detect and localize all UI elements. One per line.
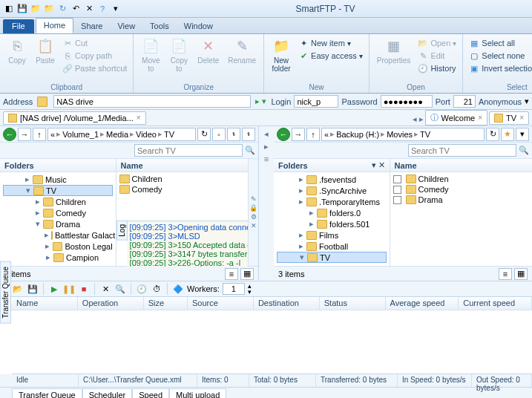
tree-item[interactable]: ▸folders.501: [277, 218, 387, 229]
crumb-segment[interactable]: TV: [420, 130, 430, 139]
up-button[interactable]: ↑: [306, 128, 320, 141]
doctab-nas[interactable]: [NAS drive] /Volume_1/Media...×: [3, 111, 146, 125]
qat-folder-icon[interactable]: 📁: [30, 3, 42, 15]
expand-icon[interactable]: ▸: [308, 208, 315, 218]
tree-item[interactable]: ▸Comedy: [3, 207, 113, 218]
expand-icon[interactable]: ▸: [298, 197, 304, 206]
search-icon[interactable]: 🔍: [245, 146, 255, 155]
login-input[interactable]: [294, 95, 338, 108]
qat-help-icon[interactable]: ?: [96, 3, 108, 15]
bottom-tab[interactable]: Multi upload: [169, 388, 226, 398]
qat-save-icon[interactable]: 💾: [16, 3, 28, 15]
open-icon[interactable]: 📂: [12, 283, 24, 295]
schedule-icon[interactable]: 🕘: [136, 283, 148, 295]
more2-button[interactable]: ⫮: [242, 128, 255, 141]
queue-col-header[interactable]: Destination: [254, 297, 320, 310]
right-breadcrumb[interactable]: « ▸ Backup (H:) ▸ Movies ▸ TV: [321, 128, 485, 141]
port-input[interactable]: [453, 95, 476, 108]
play-icon[interactable]: ▶: [48, 283, 60, 295]
crumb-segment[interactable]: Media: [106, 130, 128, 139]
expand-icon[interactable]: ▸: [298, 174, 304, 184]
stop-icon[interactable]: ■: [78, 283, 90, 295]
bottom-tab[interactable]: Speed: [132, 388, 169, 398]
open-button[interactable]: 📂Open ▾: [416, 37, 458, 49]
queue-body[interactable]: [12, 310, 532, 374]
invert-button[interactable]: ▣Invert selection: [467, 62, 532, 74]
tab-share[interactable]: Share: [73, 19, 110, 33]
list-item[interactable]: Children: [393, 174, 529, 184]
delete-button[interactable]: ✕Delete: [194, 36, 222, 66]
copy-button[interactable]: ⎘Copy: [4, 36, 30, 66]
expand-icon[interactable]: ▸: [24, 174, 30, 184]
tree-item[interactable]: ▾TV: [277, 252, 387, 263]
expand-icon[interactable]: ▸: [298, 241, 304, 251]
pause-icon[interactable]: ❚❚: [63, 283, 75, 295]
tree-item[interactable]: ▸.fseventsd: [277, 174, 387, 185]
sync-right-icon[interactable]: ▸: [264, 142, 269, 151]
crumb-segment[interactable]: Video: [136, 130, 157, 139]
qat-folder2-icon[interactable]: 📁: [43, 3, 55, 15]
address-input[interactable]: [53, 95, 251, 108]
expand-icon[interactable]: ▸: [308, 219, 315, 229]
queue-col-header[interactable]: Average speed: [386, 297, 459, 310]
more1-button[interactable]: ⫮: [227, 128, 240, 141]
history-button[interactable]: 🕘History: [416, 62, 458, 74]
expand-icon[interactable]: ▸: [34, 208, 41, 218]
expand-icon[interactable]: ▸: [298, 186, 304, 195]
tab-window[interactable]: Window: [177, 19, 220, 33]
tree-item[interactable]: ▸Children: [3, 196, 113, 207]
list-item[interactable]: Children: [119, 174, 245, 184]
crumb-segment[interactable]: «: [50, 130, 55, 139]
tree-item[interactable]: ▸.TemporaryItems: [277, 196, 387, 207]
speed-icon[interactable]: ⏱: [151, 283, 162, 295]
refresh-button[interactable]: ↻: [486, 128, 499, 141]
refresh-button[interactable]: ↻: [197, 128, 211, 141]
properties-button[interactable]: ▦Properties: [374, 36, 414, 66]
tree-item[interactable]: ▸folders.0: [277, 207, 387, 218]
checkbox[interactable]: [393, 175, 401, 183]
arrow-left-icon[interactable]: ◂: [413, 114, 417, 124]
workers-icon[interactable]: 🔷: [172, 283, 184, 295]
lock-icon[interactable]: 🔒: [249, 204, 257, 212]
expand-icon[interactable]: ▾: [24, 186, 31, 195]
expand-icon[interactable]: ▸: [45, 252, 51, 262]
password-input[interactable]: [381, 95, 433, 108]
left-folder-tree[interactable]: ▸Music▾TV▸Children▸Comedy▾Drama▸Battlest…: [0, 172, 116, 266]
checkbox[interactable]: [393, 196, 401, 204]
transfer-queue-side-label[interactable]: Transfer Queue: [0, 261, 11, 324]
search-icon[interactable]: 🔍: [114, 283, 126, 295]
back-button[interactable]: ←: [277, 128, 290, 141]
doctab-welcome[interactable]: ⓘWelcome×: [425, 110, 488, 125]
tree-item[interactable]: ▾Drama: [3, 218, 113, 229]
tree-item[interactable]: ▸Battlestar Galactica: [3, 229, 113, 241]
selectall-button[interactable]: ▦Select all: [467, 37, 532, 49]
save-icon[interactable]: 💾: [27, 283, 39, 295]
close-icon[interactable]: ×: [478, 114, 482, 122]
qat-refresh-icon[interactable]: ↻: [56, 3, 68, 15]
back-button[interactable]: ←: [3, 128, 16, 141]
left-breadcrumb[interactable]: « ▸ Volume_1 ▸ Media ▸ Video ▸ TV: [47, 128, 196, 141]
copyto-button[interactable]: 📄Copy to: [166, 36, 191, 74]
tree-item[interactable]: ▸Films: [277, 229, 387, 241]
anon-dropdown-icon[interactable]: ▾: [525, 97, 529, 106]
fav-button[interactable]: ★: [501, 128, 514, 141]
queue-col-header[interactable]: Operation: [78, 297, 144, 310]
left-file-list[interactable]: ChildrenComedy: [116, 172, 248, 221]
tree-item[interactable]: ▸Boston Legal: [3, 241, 113, 252]
selectnone-button[interactable]: ▢Select none: [467, 50, 532, 62]
right-folder-tree[interactable]: ▸.fseventsd▸.SyncArchive▸.TemporaryItems…: [274, 172, 390, 266]
search-icon[interactable]: 🔍: [519, 146, 529, 155]
forward-button[interactable]: →: [292, 128, 305, 141]
bottom-tab[interactable]: Transfer Queue: [12, 388, 82, 398]
crumb-segment[interactable]: «: [324, 130, 329, 139]
sync-both-icon[interactable]: ≡: [264, 154, 269, 163]
expand-icon[interactable]: ▸: [34, 197, 41, 206]
checkbox[interactable]: [393, 186, 401, 194]
moveto-button[interactable]: 📄Move to: [138, 36, 163, 74]
cross-icon[interactable]: ✕: [251, 222, 257, 229]
tree-item[interactable]: ▸Music: [3, 174, 113, 185]
log-tab[interactable]: Log: [116, 221, 128, 241]
expand-icon[interactable]: ▾: [298, 252, 305, 262]
view-icons-icon[interactable]: ▦: [240, 268, 254, 280]
anon-label[interactable]: Anonymous: [479, 97, 522, 106]
